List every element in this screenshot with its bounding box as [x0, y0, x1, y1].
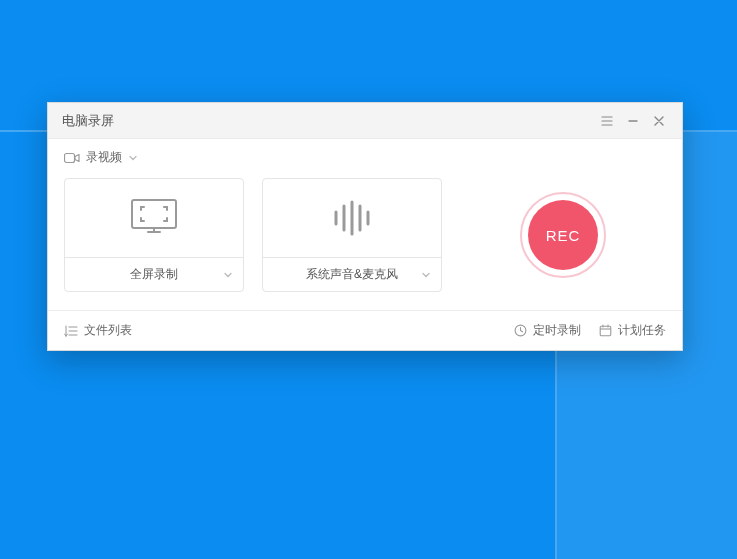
- svg-rect-1: [132, 200, 176, 228]
- calendar-icon: [599, 324, 612, 337]
- audio-wave-icon: [324, 196, 380, 240]
- chevron-down-icon: [128, 153, 138, 163]
- toolbar: 录视频: [48, 139, 682, 172]
- sort-list-icon: [64, 325, 78, 337]
- file-list-button[interactable]: 文件列表: [64, 322, 132, 339]
- scheduled-record-button[interactable]: 定时录制: [514, 322, 581, 339]
- task-plan-button[interactable]: 计划任务: [599, 322, 666, 339]
- audio-source-card: 系统声音&麦克风: [262, 178, 442, 292]
- app-window: 电脑录屏 录视频: [47, 102, 683, 351]
- audio-source-select[interactable]: 系统声音&麦克风: [263, 257, 441, 291]
- file-list-label: 文件列表: [84, 322, 132, 339]
- minimize-icon: [627, 115, 639, 127]
- footer: 文件列表 定时录制 计划任务: [48, 310, 682, 350]
- audio-source-label: 系统声音&麦克风: [306, 266, 398, 283]
- menu-button[interactable]: [594, 109, 620, 133]
- record-button-area: REC: [460, 178, 666, 292]
- close-icon: [653, 115, 665, 127]
- capture-area-select[interactable]: 全屏录制: [65, 257, 243, 291]
- video-camera-icon: [64, 152, 80, 164]
- record-button[interactable]: REC: [520, 192, 606, 278]
- minimize-button[interactable]: [620, 109, 646, 133]
- chevron-down-icon: [421, 270, 431, 280]
- clock-icon: [514, 324, 527, 337]
- record-mode-dropdown[interactable]: 录视频: [64, 149, 138, 166]
- record-button-label: REC: [546, 227, 581, 244]
- titlebar: 电脑录屏: [48, 103, 682, 139]
- monitor-icon: [126, 196, 182, 240]
- svg-rect-8: [600, 326, 611, 336]
- record-button-inner: REC: [528, 200, 598, 270]
- capture-area-card: 全屏录制: [64, 178, 244, 292]
- svg-rect-0: [65, 153, 75, 162]
- scheduled-record-label: 定时录制: [533, 322, 581, 339]
- close-button[interactable]: [646, 109, 672, 133]
- main-panel: 全屏录制 系统声音&麦克风: [48, 172, 682, 310]
- task-plan-label: 计划任务: [618, 322, 666, 339]
- window-title: 电脑录屏: [62, 112, 594, 130]
- capture-area-label: 全屏录制: [130, 266, 178, 283]
- hamburger-icon: [601, 115, 613, 127]
- record-mode-label: 录视频: [86, 149, 122, 166]
- audio-icon-zone: [263, 179, 441, 257]
- chevron-down-icon: [223, 270, 233, 280]
- capture-area-icon-zone: [65, 179, 243, 257]
